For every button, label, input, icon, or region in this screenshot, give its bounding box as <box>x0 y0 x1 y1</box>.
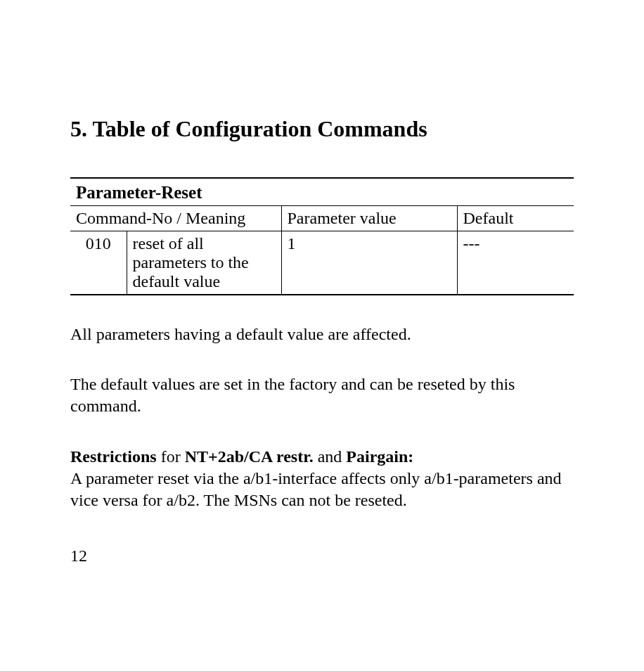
device-pairgain: Pairgain: <box>346 447 413 466</box>
text-for: for <box>157 447 185 466</box>
column-header-command-meaning: Command-No / Meaning <box>70 206 281 231</box>
paragraph-1: All parameters having a default value ar… <box>70 324 574 345</box>
column-header-default: Default <box>457 206 574 231</box>
cell-meaning: reset of all parameters to the default v… <box>127 231 281 295</box>
restrictions-label: Restrictions <box>70 447 157 466</box>
cell-parameter-value: 1 <box>281 231 457 295</box>
text-and: and <box>314 447 347 466</box>
page-number: 12 <box>70 547 574 565</box>
section-title: Table of Configuration Commands <box>92 116 427 141</box>
cell-command-no: 010 <box>70 231 127 295</box>
config-table: Parameter-Reset Command-No / Meaning Par… <box>70 177 574 295</box>
column-header-parameter-value: Parameter value <box>281 206 457 231</box>
paragraph-2: The default values are set in the factor… <box>70 373 574 417</box>
table-row: 010 reset of all parameters to the defau… <box>70 231 574 295</box>
restrictions-body: A parameter reset via the a/b1-interface… <box>70 469 562 509</box>
paragraph-3: Restrictions for NT+2ab/CA restr. and Pa… <box>70 446 574 512</box>
device-nt2ab: NT+2ab/CA restr. <box>185 447 314 466</box>
section-heading: 5. Table of Configuration Commands <box>70 116 574 142</box>
cell-default: --- <box>457 231 574 295</box>
section-number: 5. <box>70 116 87 141</box>
table-title: Parameter-Reset <box>70 178 574 206</box>
